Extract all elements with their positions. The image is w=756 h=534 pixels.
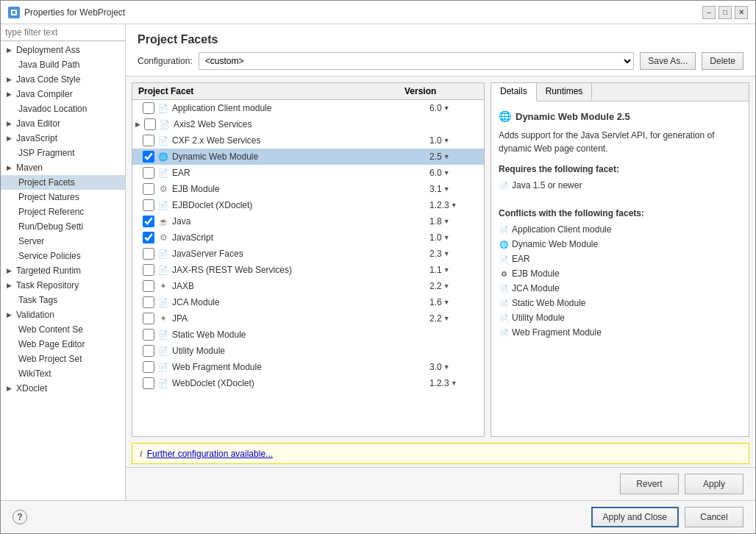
facet-checkbox[interactable] (143, 151, 154, 163)
sidebar-item-java-editor[interactable]: ▶Java Editor (1, 116, 125, 131)
table-row[interactable]: ✦JAXB 2.2 ▼ (132, 278, 484, 294)
sidebar-item-project-natures[interactable]: Project Natures (1, 190, 125, 204)
version-dropdown[interactable]: 1.6 ▼ (429, 297, 481, 307)
table-row[interactable]: 📄JavaServer Faces 2.3 ▼ (132, 246, 484, 262)
table-row[interactable]: 📄Utility Module (132, 343, 484, 359)
facet-checkbox[interactable] (143, 313, 154, 324)
sidebar-item-label: Service Policies (18, 251, 81, 261)
cancel-button[interactable]: Cancel (685, 507, 743, 527)
sidebar-item-wikitext[interactable]: WikiText (1, 366, 125, 381)
version-dropdown[interactable]: 3.0 ▼ (429, 362, 481, 372)
sidebar-item-task-tags[interactable]: Task Tags (1, 293, 125, 307)
close-button[interactable]: ✕ (735, 6, 748, 19)
facet-checkbox[interactable] (144, 118, 156, 130)
sidebar-item-jsp-fragment[interactable]: JSP Fragment (1, 146, 125, 160)
sidebar-item-project-facets[interactable]: Project Facets (1, 175, 125, 190)
table-row[interactable]: 📄EAR 6.0 ▼ (132, 165, 484, 181)
facet-checkbox[interactable] (143, 232, 154, 243)
facet-checkbox[interactable] (143, 280, 154, 292)
facet-checkbox[interactable] (143, 264, 154, 276)
tab-runtimes[interactable]: Runtimes (537, 83, 593, 101)
version-dropdown[interactable]: 1.0 ▼ (429, 135, 481, 146)
table-row[interactable]: 📄WebDoclet (XDoclet) 1.2.3 ▼ (132, 375, 484, 391)
sidebar-item-web-project-set[interactable]: Web Project Set (1, 352, 125, 366)
sidebar-item-deployment-ass[interactable]: ▶Deployment Ass (1, 43, 125, 57)
sidebar-item-service-policies[interactable]: Service Policies (1, 249, 125, 263)
version-dropdown[interactable]: 1.2.3 ▼ (429, 378, 481, 388)
sidebar-item-java-build-path[interactable]: Java Build Path (1, 57, 125, 72)
table-row[interactable]: 📄EJBDoclet (XDoclet) 1.2.3 ▼ (132, 197, 484, 213)
filter-input[interactable] (1, 24, 125, 41)
facet-checkbox[interactable] (143, 361, 154, 373)
sidebar-item-web-content-se[interactable]: Web Content Se (1, 322, 125, 337)
version-dropdown[interactable]: 1.2.3 ▼ (429, 200, 481, 210)
table-row[interactable]: 📄JAX-RS (REST Web Services) 1.1 ▼ (132, 262, 484, 278)
version-dropdown[interactable]: 2.2 ▼ (429, 313, 481, 324)
table-row[interactable]: ⚙EJB Module 3.1 ▼ (132, 181, 484, 197)
dialog-footer: ? Apply and Close Cancel (1, 500, 755, 533)
table-row[interactable]: 📄Static Web Module (132, 327, 484, 343)
table-row[interactable]: 📄CXF 2.x Web Services 1.0 ▼ (132, 132, 484, 149)
facet-checkbox[interactable] (143, 167, 154, 179)
facet-checkbox[interactable] (143, 248, 154, 260)
apply-close-button[interactable]: Apply and Close (591, 507, 679, 527)
facet-checkbox[interactable] (143, 216, 154, 227)
version-arrow-icon: ▼ (443, 234, 450, 241)
sidebar-item-validation[interactable]: ▶Validation (1, 307, 125, 322)
config-select[interactable]: <custom> (199, 52, 635, 70)
facet-checkbox[interactable] (143, 296, 154, 308)
table-row[interactable]: 📄JCA Module 1.6 ▼ (132, 294, 484, 310)
version-dropdown[interactable]: 3.1 ▼ (429, 184, 481, 194)
version-dropdown[interactable]: 2.3 ▼ (429, 249, 481, 259)
sidebar-item-web-page-editor[interactable]: Web Page Editor (1, 337, 125, 352)
table-row[interactable]: 🌐Dynamic Web Module 2.5 ▼ (132, 149, 484, 165)
version-dropdown[interactable]: 1.0 ▼ (429, 232, 481, 243)
version-dropdown[interactable]: 6.0 ▼ (429, 103, 481, 113)
table-row[interactable]: ✦JPA 2.2 ▼ (132, 310, 484, 327)
save-as-button[interactable]: Save As... (640, 52, 696, 70)
sidebar-item-java-code-style[interactable]: ▶Java Code Style (1, 72, 125, 87)
facet-checkbox[interactable] (143, 199, 154, 211)
table-row[interactable]: ⚙JavaScript 1.0 ▼ (132, 229, 484, 246)
sidebar-item-javadoc-location[interactable]: Javadoc Location (1, 102, 125, 116)
sidebar-item-maven[interactable]: ▶Maven (1, 160, 125, 175)
version-dropdown[interactable]: 6.0 ▼ (429, 168, 481, 178)
facet-checkbox[interactable] (143, 345, 154, 357)
sidebar-item-java-compiler[interactable]: ▶Java Compiler (1, 87, 125, 102)
facet-name: EJB Module (172, 184, 429, 194)
revert-button[interactable]: Revert (620, 474, 679, 494)
facet-checkbox[interactable] (143, 183, 154, 195)
facet-checkbox[interactable] (143, 329, 154, 341)
delete-button[interactable]: Delete (702, 52, 743, 70)
sidebar-item-label: Project Facets (18, 177, 75, 188)
sidebar-item-run-debug-settings[interactable]: Run/Debug Setti (1, 219, 125, 234)
sidebar-item-server[interactable]: Server (1, 234, 125, 249)
facet-checkbox[interactable] (143, 135, 154, 146)
version-arrow-icon: ▼ (443, 315, 450, 322)
sidebar-item-project-reference[interactable]: Project Referenc (1, 204, 125, 219)
sidebar-item-targeted-runtime[interactable]: ▶Targeted Runtim (1, 263, 125, 278)
minimize-button[interactable]: – (702, 6, 716, 19)
tab-details[interactable]: Details (491, 83, 537, 102)
apply-button[interactable]: Apply (685, 474, 743, 494)
sidebar-item-xdoclet[interactable]: ▶XDoclet (1, 381, 125, 396)
facet-name: Dynamic Web Module (172, 152, 429, 162)
help-button[interactable]: ? (13, 510, 27, 524)
version-dropdown[interactable]: 2.2 ▼ (429, 281, 481, 291)
facet-checkbox[interactable] (143, 377, 154, 389)
sidebar-item-javascript[interactable]: ▶JavaScript (1, 131, 125, 146)
maximize-button[interactable]: □ (718, 6, 732, 19)
sidebar-item-task-repository[interactable]: ▶Task Repository (1, 278, 125, 293)
facet-checkbox[interactable] (143, 102, 154, 114)
app-icon (8, 7, 20, 18)
facet-version: 2.5 ▼ (429, 152, 481, 162)
version-dropdown[interactable]: 1.1 ▼ (429, 265, 481, 275)
sidebar-item-label: Java Compiler (16, 89, 73, 99)
further-config-link[interactable]: Further configuration available... (147, 449, 273, 459)
table-row[interactable]: ▶📄Axis2 Web Services (132, 116, 484, 132)
version-dropdown[interactable]: 1.8 ▼ (429, 216, 481, 227)
table-row[interactable]: ☕Java 1.8 ▼ (132, 213, 484, 229)
table-row[interactable]: 📄Application Client module 6.0 ▼ (132, 100, 484, 116)
table-row[interactable]: 📄Web Fragment Module 3.0 ▼ (132, 359, 484, 375)
version-dropdown[interactable]: 2.5 ▼ (429, 152, 481, 162)
